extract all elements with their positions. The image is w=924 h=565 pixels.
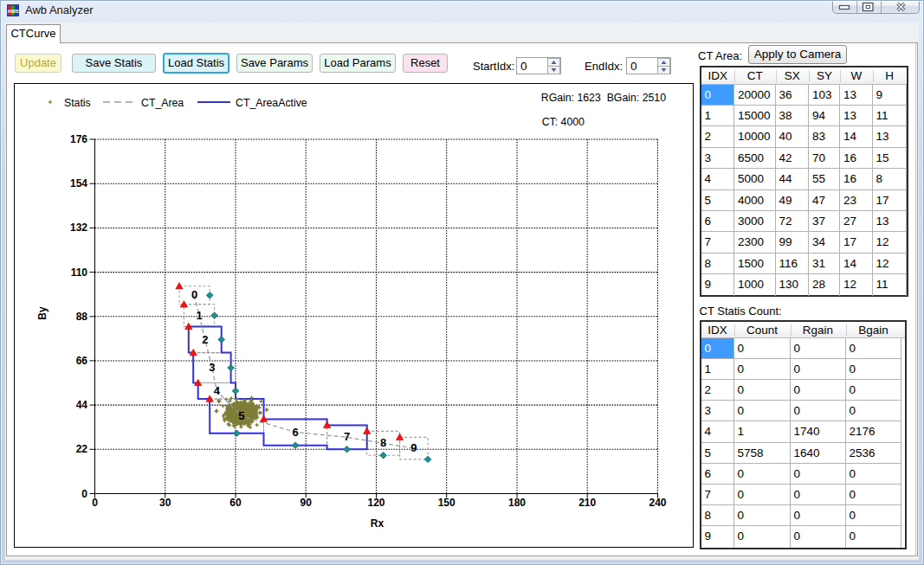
svg-text:CT: 4000: CT: 4000	[542, 116, 585, 128]
svg-text:0: 0	[191, 288, 197, 301]
svg-text:44: 44	[76, 399, 88, 411]
svg-text:0: 0	[92, 497, 98, 509]
svg-text:Statis: Statis	[64, 97, 91, 109]
svg-text:120: 120	[367, 497, 384, 509]
svg-text:110: 110	[71, 266, 88, 279]
svg-text:RGain: 1623 BGain: 2510: RGain: 1623 BGain: 2510	[541, 92, 666, 104]
svg-text:176: 176	[70, 133, 87, 145]
svg-text:88: 88	[76, 311, 88, 323]
svg-text:22: 22	[76, 443, 88, 455]
svg-text:66: 66	[76, 355, 88, 367]
svg-text:CT_Area: CT_Area	[141, 97, 184, 109]
svg-text:240: 240	[649, 497, 666, 509]
svg-text:154: 154	[70, 177, 87, 189]
svg-text:9: 9	[410, 441, 417, 454]
svg-text:150: 150	[438, 497, 456, 509]
svg-text:6: 6	[292, 426, 298, 439]
svg-text:AWB: AWB	[8, 9, 19, 14]
svg-text:8: 8	[380, 436, 386, 449]
svg-text:3: 3	[209, 361, 215, 374]
svg-text:132: 132	[70, 222, 87, 234]
svg-text:Rx: Rx	[371, 517, 384, 530]
svg-text:CT_AreaActive: CT_AreaActive	[236, 97, 307, 109]
svg-text:2: 2	[202, 333, 208, 346]
svg-text:180: 180	[508, 497, 526, 509]
svg-text:30: 30	[159, 497, 171, 509]
svg-text:60: 60	[229, 497, 242, 509]
svg-text:0: 0	[81, 488, 87, 500]
svg-text:7: 7	[344, 430, 350, 443]
svg-text:1: 1	[196, 309, 202, 322]
svg-text:4: 4	[214, 384, 221, 397]
svg-text:210: 210	[578, 497, 596, 509]
svg-text:5: 5	[238, 409, 244, 422]
svg-text:90: 90	[300, 497, 313, 509]
svg-text:By: By	[36, 306, 48, 320]
